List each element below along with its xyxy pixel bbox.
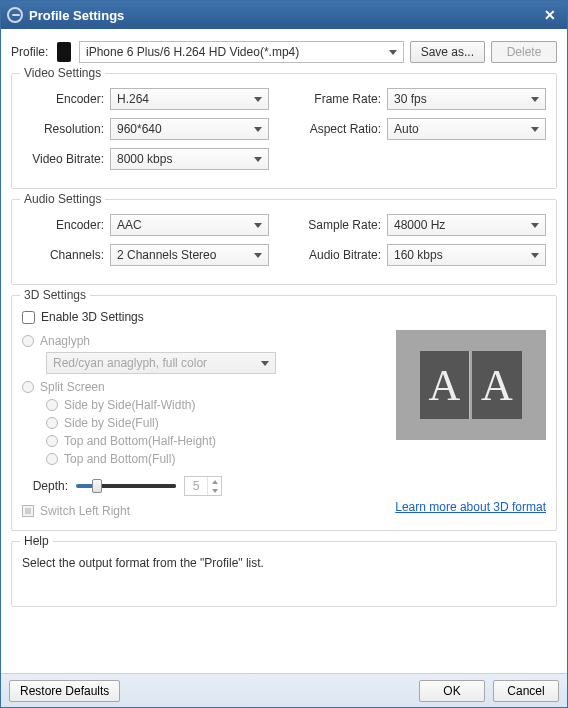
audio-bitrate-select[interactable]: 160 kbps	[387, 244, 546, 266]
title-bar: Profile Settings ✕	[1, 1, 567, 29]
anaglyph-value: Red/cyan anaglyph, full color	[53, 356, 207, 370]
channels-value: 2 Channels Stereo	[117, 248, 216, 262]
help-text: Select the output format from the "Profi…	[22, 556, 264, 570]
audio-encoder-select[interactable]: AAC	[110, 214, 269, 236]
depth-stepper[interactable]: 5	[184, 476, 222, 496]
audio-encoder-label: Encoder:	[22, 218, 110, 232]
video-encoder-value: H.264	[117, 92, 149, 106]
samplerate-value: 48000 Hz	[394, 218, 445, 232]
app-icon	[7, 7, 23, 23]
window-title: Profile Settings	[29, 8, 124, 23]
enable-3d-checkbox[interactable]	[22, 311, 35, 324]
profile-row: Profile: iPhone 6 Plus/6 H.264 HD Video(…	[11, 41, 557, 63]
anaglyph-select: Red/cyan anaglyph, full color	[46, 352, 276, 374]
dialog-body: Profile: iPhone 6 Plus/6 H.264 HD Video(…	[1, 29, 567, 673]
video-bitrate-label: Video Bitrate:	[22, 152, 110, 166]
chevron-down-icon	[261, 361, 269, 366]
chevron-down-icon	[254, 253, 262, 258]
chevron-down-icon	[254, 127, 262, 132]
video-settings-group: Video Settings Encoder: H.264 Resolution…	[11, 73, 557, 189]
resolution-value: 960*640	[117, 122, 162, 136]
cancel-button[interactable]: Cancel	[493, 680, 559, 702]
audio-bitrate-value: 160 kbps	[394, 248, 443, 262]
profile-select[interactable]: iPhone 6 Plus/6 H.264 HD Video(*.mp4)	[79, 41, 404, 63]
chevron-down-icon	[531, 97, 539, 102]
framerate-label: Frame Rate:	[299, 92, 387, 106]
sbs-half-label: Side by Side(Half-Width)	[64, 398, 195, 412]
switch-lr-label: Switch Left Right	[40, 504, 130, 518]
3d-legend: 3D Settings	[20, 288, 90, 302]
step-up-icon[interactable]	[208, 477, 221, 486]
aspect-label: Aspect Ratio:	[299, 122, 387, 136]
profile-label: Profile:	[11, 45, 51, 59]
delete-button: Delete	[491, 41, 557, 63]
chevron-down-icon	[254, 223, 262, 228]
resolution-label: Resolution:	[22, 122, 110, 136]
anaglyph-label: Anaglyph	[40, 334, 90, 348]
chevron-down-icon	[254, 97, 262, 102]
audio-bitrate-label: Audio Bitrate:	[299, 248, 387, 262]
anaglyph-radio	[22, 335, 34, 347]
chevron-down-icon	[531, 127, 539, 132]
framerate-select[interactable]: 30 fps	[387, 88, 546, 110]
audio-settings-group: Audio Settings Encoder: AAC Channels: 2 …	[11, 199, 557, 285]
aspect-select[interactable]: Auto	[387, 118, 546, 140]
video-bitrate-value: 8000 kbps	[117, 152, 172, 166]
slider-thumb[interactable]	[92, 479, 102, 493]
audio-legend: Audio Settings	[20, 192, 105, 206]
sbs-full-radio	[46, 417, 58, 429]
3d-preview: A A	[396, 330, 546, 440]
audio-encoder-value: AAC	[117, 218, 142, 232]
samplerate-select[interactable]: 48000 Hz	[387, 214, 546, 236]
samplerate-label: Sample Rate:	[299, 218, 387, 232]
switch-lr-checkbox	[22, 505, 34, 517]
restore-defaults-button[interactable]: Restore Defaults	[9, 680, 120, 702]
preview-left: A	[420, 351, 470, 419]
tab-full-label: Top and Bottom(Full)	[64, 452, 175, 466]
enable-3d-label: Enable 3D Settings	[41, 310, 144, 324]
profile-value: iPhone 6 Plus/6 H.264 HD Video(*.mp4)	[86, 45, 299, 59]
chevron-down-icon	[531, 253, 539, 258]
depth-value: 5	[185, 479, 207, 493]
video-legend: Video Settings	[20, 66, 105, 80]
sbs-full-label: Side by Side(Full)	[64, 416, 159, 430]
tab-half-label: Top and Bottom(Half-Height)	[64, 434, 216, 448]
video-encoder-label: Encoder:	[22, 92, 110, 106]
channels-label: Channels:	[22, 248, 110, 262]
device-icon	[57, 42, 71, 62]
dialog-window: Profile Settings ✕ Profile: iPhone 6 Plu…	[0, 0, 568, 708]
video-encoder-select[interactable]: H.264	[110, 88, 269, 110]
3d-settings-group: 3D Settings Enable 3D Settings Anaglyph …	[11, 295, 557, 531]
preview-right: A	[472, 351, 522, 419]
chevron-down-icon	[254, 157, 262, 162]
chevron-down-icon	[389, 50, 397, 55]
help-group: Help Select the output format from the "…	[11, 541, 557, 607]
help-legend: Help	[20, 534, 53, 548]
step-down-icon[interactable]	[208, 486, 221, 495]
aspect-value: Auto	[394, 122, 419, 136]
resolution-select[interactable]: 960*640	[110, 118, 269, 140]
channels-select[interactable]: 2 Channels Stereo	[110, 244, 269, 266]
split-screen-label: Split Screen	[40, 380, 105, 394]
tab-half-radio	[46, 435, 58, 447]
dialog-footer: Restore Defaults OK Cancel	[1, 673, 567, 707]
split-screen-radio	[22, 381, 34, 393]
depth-label: Depth:	[22, 479, 68, 493]
chevron-down-icon	[531, 223, 539, 228]
sbs-half-radio	[46, 399, 58, 411]
ok-button[interactable]: OK	[419, 680, 485, 702]
learn-more-link[interactable]: Learn more about 3D format	[395, 500, 546, 514]
framerate-value: 30 fps	[394, 92, 427, 106]
tab-full-radio	[46, 453, 58, 465]
save-as-button[interactable]: Save as...	[410, 41, 485, 63]
video-bitrate-select[interactable]: 8000 kbps	[110, 148, 269, 170]
depth-slider[interactable]	[76, 484, 176, 488]
close-icon[interactable]: ✕	[539, 6, 561, 24]
